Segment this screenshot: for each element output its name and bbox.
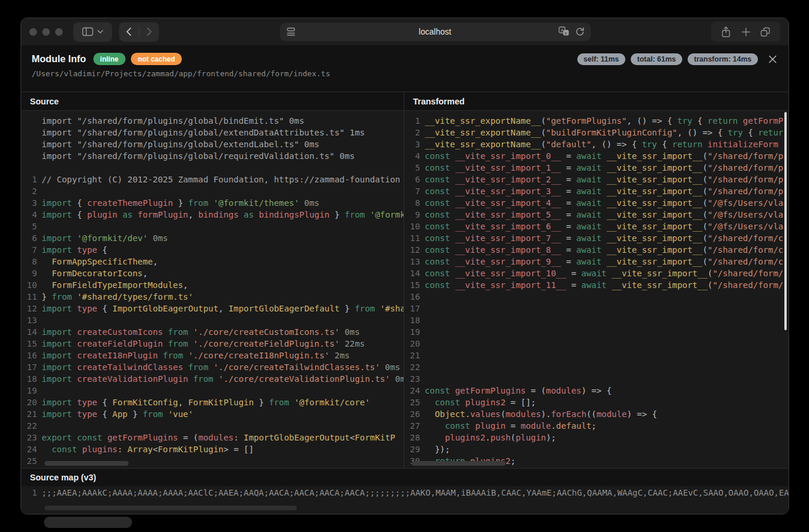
code-line: 19	[21, 385, 404, 397]
close-icon	[769, 55, 777, 63]
total-time-badge: total: 61ms	[631, 53, 682, 65]
translate-icon[interactable]: A x	[558, 26, 569, 36]
code-line: 4import { plugin as formPlugin, bindings…	[21, 209, 404, 221]
sourcemap-mappings: ;;;AAEA;AAAkC;AAAA;AAAA;AAAA;AAClC;AAEA;…	[42, 486, 788, 499]
code-line: 5const __vite_ssr_import_1__ = await __v…	[404, 162, 788, 174]
code-line: import "/shared/form/plugins/global/bind…	[21, 115, 404, 127]
share-icon[interactable]	[721, 26, 731, 38]
self-time-badge: self: 11ms	[577, 53, 625, 65]
code-line: 9const __vite_ssr_import_5__ = await __v…	[404, 209, 788, 221]
code-line: 5	[21, 221, 404, 232]
code-line: 8const __vite_ssr_import_4__ = await __v…	[404, 197, 788, 209]
transformed-hscrollbar[interactable]	[412, 461, 506, 466]
code-line: 24const getFormPlugins = (modules) => {	[404, 385, 788, 397]
source-hscrollbar[interactable]	[45, 461, 128, 466]
code-line: import "/shared/form/plugins/global/requ…	[21, 150, 404, 162]
sidebar-toggle-button[interactable]	[73, 22, 112, 42]
page-title: Module Info	[32, 53, 86, 65]
code-line: 22	[404, 361, 788, 373]
address-bar[interactable]: localhost A x	[280, 23, 591, 41]
code-line: 19	[404, 326, 788, 338]
code-line: 10 FormFieldTypeImportModules,	[21, 279, 404, 291]
code-line: 17	[404, 303, 788, 314]
code-line: 24 const plugins: Array<FormKitPlugin> =…	[21, 443, 404, 455]
browser-toolbar: localhost A x	[21, 18, 788, 45]
code-line: 3__vite_ssr_exportName__("default", () =…	[404, 138, 788, 150]
code-line: 18import createValidationPlugin from './…	[21, 373, 404, 385]
code-line: 20	[404, 338, 788, 350]
code-line: 9 FormDecoratorIcons,	[21, 267, 404, 279]
code-line: 1__vite_ssr_exportName__("getFormPlugins…	[404, 115, 788, 127]
code-line: 8 FormAppSpecificTheme,	[21, 256, 404, 267]
traffic-lights	[29, 28, 63, 36]
code-line: 28 plugins2.push(plugin);	[404, 432, 788, 443]
new-tab-icon[interactable]	[742, 28, 750, 36]
source-code-block[interactable]: import "/shared/form/plugins/global/bind…	[21, 111, 404, 468]
code-line: import "/shared/form/plugins/global/exte…	[21, 138, 404, 150]
transformed-panel: Transformed 1__vite_ssr_exportName__("ge…	[404, 92, 788, 468]
code-line: 14const __vite_ssr_import_10__ = await _…	[404, 267, 788, 279]
code-line: 3import { createThemePlugin } from '@for…	[21, 197, 404, 209]
transformed-code-block[interactable]: 1__vite_ssr_exportName__("getFormPlugins…	[404, 111, 788, 468]
forward-button[interactable]	[140, 22, 160, 42]
code-line: 7const __vite_ssr_import_3__ = await __v…	[404, 185, 788, 197]
transform-time-badge: transform: 14ms	[688, 53, 758, 65]
back-button[interactable]	[119, 22, 139, 42]
close-button[interactable]	[767, 54, 778, 65]
code-line: 21import type { App } from 'vue'	[21, 408, 404, 420]
sourcemap-section: Source map (v3) 1 ;;;AAEA;AAAkC;AAAA;AAA…	[21, 469, 788, 514]
minimize-window-button[interactable]	[42, 28, 50, 36]
url-area: localhost A x	[166, 23, 704, 41]
reload-icon[interactable]	[575, 26, 585, 36]
sidebar-icon	[82, 27, 93, 36]
browser-window: localhost A x	[21, 18, 789, 514]
transformed-panel-title: Transformed	[404, 92, 788, 111]
zoom-window-button[interactable]	[55, 28, 63, 36]
code-line: 6import '@formkit/dev' 0ms	[21, 232, 404, 244]
code-line: 16	[404, 291, 788, 303]
code-line: 26 Object.values(modules).forEach((modul…	[404, 408, 788, 420]
code-line: 6const __vite_ssr_import_2__ = await __v…	[404, 174, 788, 185]
module-header: Module Info inline not cached self: 11ms…	[21, 45, 788, 92]
code-line: 23export const getFormPlugins = (modules…	[21, 432, 404, 443]
code-line: 1// Copyright (C) 2012-2025 Zammad Found…	[21, 174, 404, 185]
toolbar-right-buttons	[711, 22, 780, 42]
code-line: 12const __vite_ssr_import_8__ = await __…	[404, 244, 788, 256]
code-line: 21	[404, 350, 788, 361]
code-line: 11const __vite_ssr_import_7__ = await __…	[404, 232, 788, 244]
code-line: 4const __vite_ssr_import_0__ = await __v…	[404, 150, 788, 162]
code-line: 22	[21, 420, 404, 432]
page-vscrollbar[interactable]	[784, 112, 787, 330]
code-line: 25 const plugins2 = [];	[404, 397, 788, 408]
dock-hint-bar	[44, 517, 132, 528]
svg-text:x: x	[564, 30, 567, 35]
code-line: 2__vite_ssr_exportName__("buildFormKitPl…	[404, 127, 788, 138]
tab-overview-icon[interactable]	[760, 27, 770, 37]
code-line: import "/shared/form/plugins/global/exte…	[21, 127, 404, 138]
sourcemap-code-block[interactable]: 1 ;;;AAEA;AAAkC;AAAA;AAAA;AAAA;AAClC;AAE…	[21, 486, 788, 514]
code-line: 16import createI18nPlugin from './core/c…	[21, 350, 404, 361]
reader-icon[interactable]	[286, 27, 296, 37]
inline-badge: inline	[93, 53, 126, 65]
code-line: 11} from '#shared/types/form.ts'	[21, 291, 404, 303]
sourcemap-title: Source map (v3)	[21, 469, 788, 486]
module-info-page: Module Info inline not cached self: 11ms…	[21, 45, 788, 514]
code-line: 20import type { FormKitConfig, FormKitPl…	[21, 397, 404, 408]
source-panel-title: Source	[21, 92, 404, 111]
code-line: 18	[404, 314, 788, 326]
not-cached-badge: not cached	[131, 53, 182, 65]
module-path: /Users/vladimir/Projects/zammad/app/fron…	[32, 69, 778, 78]
nav-buttons	[119, 22, 159, 42]
chevron-down-icon	[97, 30, 103, 33]
close-window-button[interactable]	[29, 28, 37, 36]
code-line: 23	[404, 373, 788, 385]
code-line: 15const __vite_ssr_import_11__ = await _…	[404, 279, 788, 291]
code-line: 7import type {	[21, 244, 404, 256]
code-line: 14import createCustomIcons from './core/…	[21, 326, 404, 338]
source-panel: Source import "/shared/form/plugins/glob…	[21, 92, 404, 468]
code-line: 13	[21, 314, 404, 326]
code-line: 12import type { ImportGlobEagerOutput, I…	[21, 303, 404, 314]
sourcemap-line: 1 ;;;AAEA;AAAkC;AAAA;AAAA;AAAA;AAClC;AAE…	[21, 486, 788, 499]
url-text: localhost	[419, 27, 451, 36]
sourcemap-hscrollbar[interactable]	[45, 506, 297, 510]
